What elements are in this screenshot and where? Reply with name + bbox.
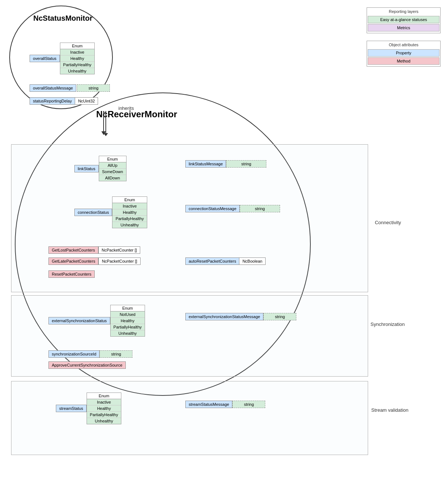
stream-validation-section-box: Stream validation streamStatus Enum Inac… xyxy=(11,381,368,455)
arrow-head xyxy=(104,133,108,136)
auto-reset-label: autoResetPacketCounters xyxy=(185,257,239,265)
legend-attr: Object attributes Property Method xyxy=(367,41,441,67)
overall-status-row: overallStatus Enum Inactive Healthy Part… xyxy=(30,43,95,74)
nc-status-monitor-title: NcStatusMonitor xyxy=(22,14,104,23)
enum-healthy-1: Healthy xyxy=(60,55,94,62)
ext-sync-status-enum: Enum NotUsed Healthy PartiallyHealthy Un… xyxy=(110,305,145,337)
connection-status-row: connectionStatus Enum Inactive Healthy P… xyxy=(74,196,147,228)
enum-header-1: Enum xyxy=(60,43,94,49)
legend-attr-title: Object attributes xyxy=(367,41,440,48)
ext-sync-status-row: externalSynchronizationStatus Enum NotUs… xyxy=(48,305,145,337)
stream-status-enum: Enum Inactive Healthy PartiallyHealthy U… xyxy=(87,392,121,424)
overall-status-message-value: string xyxy=(77,84,110,92)
link-status-message-value: string xyxy=(226,160,266,168)
auto-reset-row: autoResetPacketCounters NcBoolean xyxy=(185,257,266,265)
ext-sync-not-used: NotUsed xyxy=(111,311,145,318)
approve-label: ApproveCurrentSynchronizationSource xyxy=(48,361,126,369)
sync-source-id-value: string xyxy=(100,350,132,358)
conn-inactive: Inactive xyxy=(112,203,146,209)
stream-unhealthy: Unhealthy xyxy=(87,418,121,424)
status-reporting-delay-value: NcUint32 xyxy=(75,97,98,105)
stream-healthy: Healthy xyxy=(87,405,121,412)
nc-boolean-value: NcBoolean xyxy=(239,257,266,265)
conn-partially-healthy: PartiallyHealthy xyxy=(112,216,146,222)
nc-packet-counter-1: NcPacketCounter [] xyxy=(98,246,140,254)
connection-status-message-label: connectionStatusMessage xyxy=(185,205,240,212)
approve-sync-row: ApproveCurrentSynchronizationSource xyxy=(48,361,126,369)
overall-status-label: overallStatus xyxy=(30,55,60,62)
legend-easy-label: Easy at-a-glance statuses xyxy=(368,16,439,23)
conn-healthy: Healthy xyxy=(112,209,146,216)
synchronization-label: Synchronization xyxy=(371,321,405,327)
sync-source-id-row: synchronizationSourceId string xyxy=(48,350,132,358)
ext-sync-status-label: externalSynchronizationStatus xyxy=(48,317,110,324)
stream-status-row: streamStatus Enum Inactive Healthy Parti… xyxy=(56,392,121,424)
connectivity-label: Connectivity xyxy=(375,220,401,225)
link-enum-header: Enum xyxy=(99,156,126,162)
stream-validation-label: Stream validation xyxy=(371,407,408,413)
ext-sync-message-value: string xyxy=(263,313,296,320)
ext-sync-unhealthy: Unhealthy xyxy=(111,330,145,336)
stream-status-label: streamStatus xyxy=(56,405,87,412)
overall-status-message-row: overallStatusMessage string xyxy=(30,84,110,92)
ext-sync-message-label: externalSynchronizationStatusMessage xyxy=(185,313,263,320)
connection-status-message-value: string xyxy=(240,205,280,212)
overall-status-message-label: overallStatusMessage xyxy=(30,84,76,92)
stream-partially-healthy: PartiallyHealthy xyxy=(87,412,121,418)
status-reporting-delay-label: statusReportingDelay xyxy=(30,97,75,105)
get-late-label: GetLatePacketCounters xyxy=(48,257,98,265)
link-status-message-row: linkStatusMessage string xyxy=(185,160,266,168)
connectivity-section-box: Connectivity linkStatus Enum AllUp SomeD… xyxy=(11,144,368,292)
link-status-message-label: linkStatusMessage xyxy=(185,160,226,168)
link-some-down: SomeDown xyxy=(99,169,126,175)
ext-sync-partially-healthy: PartiallyHealthy xyxy=(111,324,145,330)
stream-status-message-label: streamStatusMessage xyxy=(185,401,232,408)
connection-status-label: connectionStatus xyxy=(74,209,112,216)
overall-status-enum: Enum Inactive Healthy PartiallyHealthy U… xyxy=(60,43,95,74)
ext-sync-message-row: externalSynchronizationStatusMessage str… xyxy=(185,313,296,320)
get-lost-row: GetLostPacketCounters NcPacketCounter [] xyxy=(48,246,140,254)
link-status-row: linkStatus Enum AllUp SomeDown AllDown xyxy=(74,156,127,181)
synchronization-section-box: Synchronization externalSynchronizationS… xyxy=(11,295,368,377)
legend-property-label: Property xyxy=(368,49,439,57)
stream-enum-header: Enum xyxy=(87,393,121,399)
link-all-down: AllDown xyxy=(99,175,126,181)
stream-inactive: Inactive xyxy=(87,399,121,405)
sync-source-id-label: synchronizationSourceId xyxy=(48,350,100,358)
stream-status-message-value: string xyxy=(232,401,265,408)
legend-reporting-title: Reporting layers xyxy=(367,8,440,15)
status-reporting-delay-row: statusReportingDelay NcUint32 xyxy=(30,97,98,105)
conn-unhealthy: Unhealthy xyxy=(112,222,146,228)
get-lost-label: GetLostPacketCounters xyxy=(48,246,98,254)
conn-enum-header: Enum xyxy=(112,197,146,203)
ext-sync-enum-header: Enum xyxy=(111,305,145,311)
legend-reporting-box: Reporting layers Easy at-a-glance status… xyxy=(367,7,441,67)
link-status-enum: Enum AllUp SomeDown AllDown xyxy=(99,156,127,181)
legend-method-label: Method xyxy=(368,57,439,65)
get-late-row: GetLatePacketCounters NcPacketCounter [] xyxy=(48,257,141,265)
enum-unhealthy-1: Unhealthy xyxy=(60,68,94,74)
reset-packet-row: ResetPacketCounters xyxy=(48,270,95,278)
diagram-area: Reporting layers Easy at-a-glance status… xyxy=(0,0,448,502)
enum-partially-healthy-1: PartiallyHealthy xyxy=(60,62,94,68)
legend-metrics-label: Metrics xyxy=(368,24,439,31)
connection-status-enum: Enum Inactive Healthy PartiallyHealthy U… xyxy=(112,196,147,228)
connection-status-message-row: connectionStatusMessage string xyxy=(185,205,280,212)
nc-packet-counter-2: NcPacketCounter [] xyxy=(98,257,140,265)
link-all-up: AllUp xyxy=(99,162,126,169)
link-status-label: linkStatus xyxy=(74,165,99,172)
legend-reporting: Reporting layers Easy at-a-glance status… xyxy=(367,7,441,33)
nc-receiver-monitor-title: NcReceiverMonitor xyxy=(96,109,177,119)
enum-inactive-1: Inactive xyxy=(60,49,94,55)
ext-sync-healthy: Healthy xyxy=(111,318,145,324)
stream-status-message-row: streamStatusMessage string xyxy=(185,401,265,408)
reset-label: ResetPacketCounters xyxy=(48,270,95,278)
